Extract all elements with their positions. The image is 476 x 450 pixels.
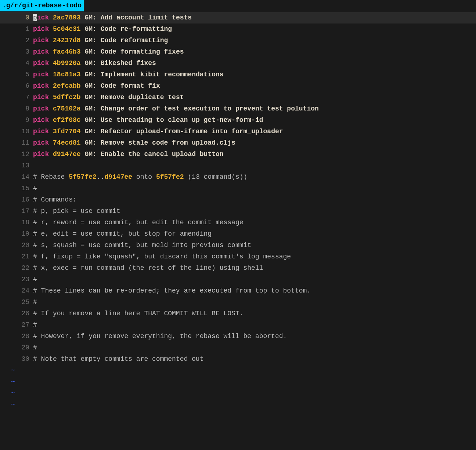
line-number: 25 <box>0 297 33 307</box>
line-number: 5 <box>0 70 33 80</box>
line-number: 14 <box>0 172 33 182</box>
line-content: pick d9147ee GM: Enable the cancel uploa… <box>33 149 476 159</box>
rebase-command: pick <box>33 48 49 55</box>
comment-line[interactable]: 22# x, exec = run command (the rest of t… <box>0 262 476 274</box>
commit-message: Remove stale code from upload.cljs <box>101 139 235 146</box>
commit-message: Use threading to clean up get-new-form-i… <box>101 116 263 124</box>
comment-line[interactable]: 16# Commands: <box>0 194 476 206</box>
commit-hash: 2efcabb <box>53 82 81 90</box>
line-number: 13 <box>0 161 33 171</box>
comment-line[interactable]: 21# f, fixup = like "squash", but discar… <box>0 251 476 262</box>
line-number: 27 <box>0 320 33 330</box>
pick-line[interactable]: 8pick c75102a GM: Change order of test e… <box>0 103 476 115</box>
line-content: # Rebase 5f57fe2..d9147ee onto 5f57fe2 (… <box>33 172 476 182</box>
comment-line[interactable]: 29# <box>0 342 476 353</box>
commit-hash: fac46b3 <box>53 48 81 55</box>
line-content: pick fac46b3 GM: Code formatting fixes <box>33 47 476 57</box>
pick-line[interactable]: 11pick 74ecd81 GM: Remove stale code fro… <box>0 137 476 149</box>
line-number: 23 <box>0 275 33 284</box>
line-number: 0 <box>0 13 33 23</box>
line-number: 28 <box>0 331 33 341</box>
line-content: # r, reword = use commit, but edit the c… <box>33 218 476 228</box>
line-content: pick 4b9920a GM: Bikeshed fixes <box>33 58 476 68</box>
line-content: pick 74ecd81 GM: Remove stale code from … <box>33 138 476 148</box>
line-content: # Commands: <box>33 195 476 205</box>
line-content: # Note that empty commits are commented … <box>33 354 476 364</box>
line-content: pick 3fd7704 GM: Refactor upload-from-if… <box>33 127 476 137</box>
pick-line[interactable]: 5pick 18c81a3 GM: Implement kibit recomm… <box>0 69 476 80</box>
commit-hash: 18c81a3 <box>53 71 81 78</box>
line-content: # x, exec = run command (the rest of the… <box>33 263 476 273</box>
line-number: 19 <box>0 229 33 239</box>
rebase-to-hash: d9147ee <box>104 173 132 181</box>
line-content <box>33 161 476 171</box>
line-content: # However, if you remove everything, the… <box>33 331 476 341</box>
pick-line[interactable]: 2pick 24237d8 GM: Code reformatting <box>0 35 476 46</box>
line-number: 15 <box>0 184 33 193</box>
comment-line[interactable]: 26# If you remove a line here THAT COMMI… <box>0 308 476 319</box>
pick-line[interactable]: 0pick 2ac7893 GM: Add account limit test… <box>0 12 476 23</box>
comment-line[interactable]: 15# <box>0 183 476 194</box>
pick-line[interactable]: 9pick ef2f08c GM: Use threading to clean… <box>0 115 476 126</box>
line-content: pick 24237d8 GM: Code reformatting <box>33 36 476 46</box>
comment-line[interactable]: 27# <box>0 319 476 331</box>
pick-line[interactable]: 6pick 2efcabb GM: Code format fix <box>0 80 476 92</box>
rebase-command: pick <box>33 59 49 67</box>
commit-author: GM: <box>84 14 96 21</box>
comment-line[interactable]: 28# However, if you remove everything, t… <box>0 331 476 342</box>
commit-hash: 5c04e31 <box>53 25 81 33</box>
commit-hash: d9147ee <box>53 150 81 158</box>
commit-hash: 3fd7704 <box>53 128 81 135</box>
pick-line[interactable]: 1pick 5c04e31 GM: Code re-formatting <box>0 23 476 35</box>
pick-line[interactable]: 12pick d9147ee GM: Enable the cancel upl… <box>0 149 476 160</box>
commit-hash: 24237d8 <box>53 37 81 44</box>
pick-line[interactable]: 7pick 5dffc2b GM: Remove duplicate test <box>0 92 476 103</box>
comment-line[interactable]: 18# r, reword = use commit, but edit the… <box>0 217 476 228</box>
line-number: 18 <box>0 218 33 228</box>
line-number: 26 <box>0 309 33 319</box>
comment-line[interactable]: 30# Note that empty commits are commente… <box>0 353 476 365</box>
cursor: p <box>33 14 37 21</box>
comment-line[interactable]: 14# Rebase 5f57fe2..d9147ee onto 5f57fe2… <box>0 171 476 183</box>
commit-hash: 5dffc2b <box>53 94 81 101</box>
pick-line[interactable]: 4pick 4b9920a GM: Bikeshed fixes <box>0 58 476 69</box>
comment-line[interactable]: 19# e, edit = use commit, but stop for a… <box>0 228 476 240</box>
line-content: pick c75102a GM: Change order of test ex… <box>33 104 476 114</box>
rebase-from-hash: 5f57fe2 <box>69 173 97 181</box>
line-content: # <box>33 343 476 353</box>
comment-line[interactable]: 17# p, pick = use commit <box>0 206 476 217</box>
line-number: 9 <box>0 115 33 125</box>
line-number: 2 <box>0 36 33 46</box>
empty-line-tilde: ~ <box>0 376 476 388</box>
line-content: # <box>33 297 476 307</box>
comment-line[interactable]: 13 <box>0 160 476 171</box>
rebase-command: pick <box>33 25 49 33</box>
rebase-command: pick <box>33 37 49 44</box>
rebase-onto-hash: 5f57fe2 <box>156 173 184 181</box>
empty-line-tilde: ~ <box>0 399 476 410</box>
line-number: 6 <box>0 81 33 91</box>
commit-author: GM: <box>84 94 96 101</box>
line-content: # e, edit = use commit, but stop for ame… <box>33 229 476 239</box>
line-number: 1 <box>0 24 33 34</box>
comment-line[interactable]: 24# These lines can be re-ordered; they … <box>0 285 476 297</box>
line-number: 30 <box>0 354 33 364</box>
editor-area[interactable]: 0pick 2ac7893 GM: Add account limit test… <box>0 11 476 410</box>
commit-author: GM: <box>84 59 96 67</box>
comment-line[interactable]: 25# <box>0 297 476 308</box>
commit-author: GM: <box>84 128 96 135</box>
line-number: 8 <box>0 104 33 114</box>
commit-message: Code reformatting <box>101 37 168 44</box>
line-content: # f, fixup = like "squash", but discard … <box>33 252 476 262</box>
pick-line[interactable]: 10pick 3fd7704 GM: Refactor upload-from-… <box>0 126 476 137</box>
line-number: 7 <box>0 92 33 102</box>
comment-line[interactable]: 23# <box>0 274 476 285</box>
commit-message: Code formatting fixes <box>101 48 184 55</box>
line-content: pick 2efcabb GM: Code format fix <box>33 81 476 91</box>
commit-hash: 2ac7893 <box>53 14 81 21</box>
pick-line[interactable]: 3pick fac46b3 GM: Code formatting fixes <box>0 46 476 58</box>
commit-message: Refactor upload-from-iframe into form_up… <box>101 128 283 135</box>
empty-line-tilde: ~ <box>0 365 476 376</box>
comment-line[interactable]: 20# s, squash = use commit, but meld int… <box>0 240 476 251</box>
line-number: 29 <box>0 343 33 353</box>
